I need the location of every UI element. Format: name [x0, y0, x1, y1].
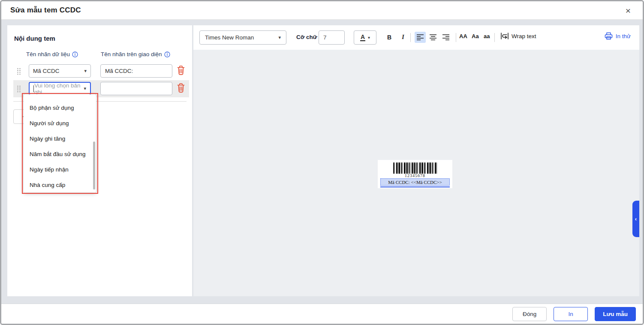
barcode-value: 12345678 — [378, 173, 452, 178]
delete-row-icon[interactable] — [177, 65, 186, 76]
chevron-down-icon: ▾ — [278, 35, 281, 40]
drag-handle-icon[interactable] — [17, 85, 21, 93]
align-center-button[interactable] — [427, 32, 439, 43]
lowercase-button[interactable]: aa — [484, 33, 490, 39]
stamp-content-panel: Nội dung tem Tên nhãn dữ liệu Tên nhãn t… — [7, 25, 192, 296]
dropdown-option[interactable]: Người sử dụng — [24, 115, 96, 131]
insert-indicator-line — [380, 187, 450, 187]
info-icon[interactable] — [164, 51, 170, 57]
print-button[interactable]: In — [554, 307, 588, 321]
ui-label-input[interactable] — [100, 82, 172, 95]
chevron-down-icon: ▾ — [84, 86, 86, 91]
format-toolbar: Times New Roman ▾ Cỡ chữ A ▾ B I AA Aa a… — [193, 25, 639, 50]
printer-icon — [605, 32, 613, 40]
chevron-down-icon: ▾ — [84, 68, 87, 74]
ui-label-column-header: Tên nhãn trên giao diện — [101, 51, 170, 57]
dialog-footer: Đóng In Lưu mẫu — [1, 304, 643, 324]
font-size-label: Cỡ chữ — [296, 34, 317, 40]
drag-handle-icon[interactable] — [17, 68, 21, 75]
print-preview-link[interactable]: In thử — [605, 32, 631, 40]
data-label-text: Tên nhãn dữ liệu — [26, 51, 70, 57]
dropdown-option[interactable]: Ngày tiếp nhận — [24, 162, 96, 177]
chevron-left-icon: ‹ — [635, 216, 637, 222]
panel-heading: Nội dung tem — [14, 35, 55, 42]
dialog-title: Sửa mẫu tem CCDC — [10, 6, 81, 15]
barcode-image[interactable] — [393, 162, 437, 174]
dropdown-scrollbar[interactable] — [93, 141, 95, 190]
wrap-text-label: Wrap text — [512, 33, 536, 39]
uppercase-button[interactable]: AA — [459, 33, 467, 39]
delete-row-icon[interactable] — [177, 83, 186, 94]
collapse-panel-tab[interactable]: ‹ — [632, 201, 639, 237]
data-field-select-value: Mã CCDC — [33, 68, 60, 74]
close-icon[interactable]: × — [623, 6, 633, 16]
dialog-titlebar: Sửa mẫu tem CCDC × — [1, 1, 643, 20]
dropdown-option[interactable]: Nhà cung cấp — [24, 177, 96, 193]
stamp-preview[interactable]: 12345678 Mã CCDC: <<Mã CCDC>> — [378, 160, 452, 188]
text-cursor — [33, 85, 34, 92]
close-button[interactable]: Đóng — [512, 307, 547, 321]
italic-button[interactable]: I — [397, 31, 409, 43]
capitalize-button[interactable]: Aa — [472, 33, 479, 39]
toolbar-separator — [456, 33, 456, 42]
data-label-column-header: Tên nhãn dữ liệu — [26, 51, 78, 57]
print-preview-label: In thử — [616, 33, 631, 39]
toolbar-separator — [494, 33, 495, 42]
font-family-select[interactable]: Times New Roman ▾ — [199, 30, 286, 45]
record-dropdown-list: Bộ phận sử dụng Người sử dụng Ngày ghi t… — [24, 94, 96, 193]
chevron-down-icon: ▾ — [368, 35, 370, 40]
font-color-letter: A — [360, 34, 365, 41]
dropdown-option[interactable]: Bộ phận sử dụng — [24, 100, 96, 115]
wrap-text-icon — [500, 32, 509, 40]
wrap-text-button[interactable]: Wrap text — [500, 32, 536, 40]
data-field-select-placeholder: Vui lòng chọn bản ghi — [34, 82, 84, 95]
save-template-button[interactable]: Lưu mẫu — [595, 307, 636, 321]
stamp-label-element[interactable]: Mã CCDC: <<Mã CCDC>> — [380, 178, 450, 186]
data-field-select-open[interactable]: Vui lòng chọn bản ghi ▾ — [29, 82, 91, 95]
align-right-button[interactable] — [440, 32, 451, 43]
dropdown-option[interactable]: Năm bắt đầu sử dụng — [24, 146, 96, 162]
field-row: Mã CCDC ▾ — [13, 63, 189, 80]
font-family-value: Times New Roman — [205, 34, 254, 41]
info-icon[interactable] — [72, 51, 78, 57]
bold-button[interactable]: B — [384, 31, 395, 43]
edit-stamp-template-dialog: Sửa mẫu tem CCDC × Nội dung tem Tên nhãn… — [0, 0, 644, 325]
data-field-select[interactable]: Mã CCDC ▾ — [29, 64, 91, 78]
font-color-button[interactable]: A ▾ — [354, 30, 376, 45]
ui-label-input[interactable] — [100, 64, 172, 78]
font-size-input[interactable] — [319, 30, 345, 45]
dropdown-option[interactable]: Ngày ghi tăng — [24, 131, 96, 146]
stamp-canvas[interactable]: 12345678 Mã CCDC: <<Mã CCDC>> ‹ — [193, 50, 639, 296]
align-left-button[interactable] — [415, 32, 426, 43]
toolbar-separator — [410, 33, 411, 42]
ui-label-text: Tên nhãn trên giao diện — [101, 51, 162, 57]
